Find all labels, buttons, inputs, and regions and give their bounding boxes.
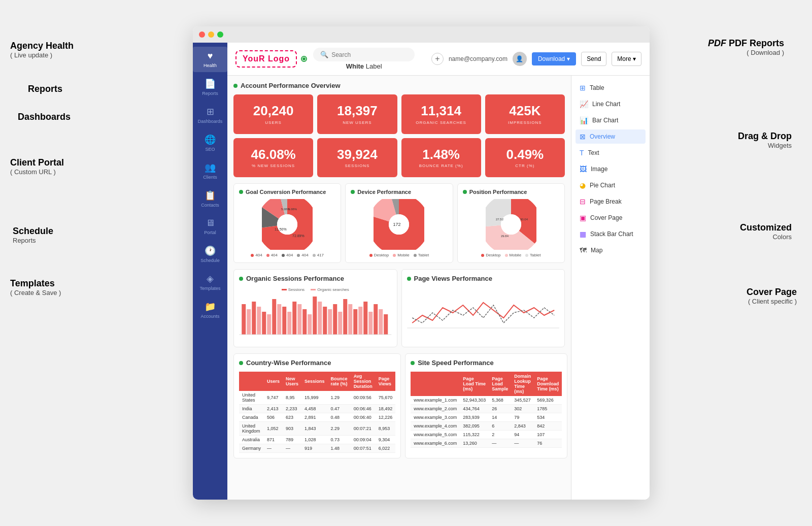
stat-card-ctr: 0.49% CTR (%) bbox=[485, 138, 565, 178]
sidebar-item-schedule[interactable]: 🕐 Schedule bbox=[193, 241, 227, 267]
performance-row: Organic Sessions Performance Sessions Or… bbox=[233, 269, 565, 347]
widget-label-image: Image bbox=[591, 166, 607, 173]
legend-item: 404 bbox=[251, 253, 262, 257]
svg-rect-33 bbox=[302, 309, 307, 335]
widget-image[interactable]: 🖼 Image bbox=[576, 162, 646, 176]
widget-pie-chart[interactable]: ◕ Pie Chart bbox=[576, 178, 646, 192]
country-performance-card: Country-Wise Performance Users New Users bbox=[233, 353, 401, 458]
widget-label-text: Text bbox=[588, 149, 599, 156]
app-layout: ♥ Health 📄 Reports ⊞ Dashboards 🌐 SEO 👥 bbox=[193, 43, 650, 500]
widget-bar-chart[interactable]: 📊 Bar Chart bbox=[576, 113, 646, 127]
charts-row: Goal Conversion Performance bbox=[233, 183, 565, 263]
svg-rect-49 bbox=[384, 314, 388, 335]
stat-label-organic: ORGANIC SEARCHES bbox=[408, 120, 475, 125]
green-dot-goal bbox=[239, 190, 243, 194]
svg-text:172: 172 bbox=[393, 222, 401, 227]
sidebar-item-contacts[interactable]: 📋 Contacts bbox=[193, 186, 227, 212]
stat-label-new-users: NEW USERS bbox=[323, 120, 391, 125]
sidebar-item-portal[interactable]: 🖥 Portal bbox=[193, 214, 227, 239]
close-button-icon[interactable] bbox=[199, 31, 205, 38]
sidebar-item-health[interactable]: ♥ Health bbox=[193, 47, 227, 72]
white-label-area: 🔍 White Label bbox=[313, 48, 415, 70]
annotation-dashboards: Dashboards bbox=[18, 112, 71, 122]
stat-card-bounce: 1.48% BOUNCE RATE (%) bbox=[401, 138, 481, 178]
sidebar-label-dashboards: Dashboards bbox=[198, 119, 223, 124]
widget-text[interactable]: T Text bbox=[576, 146, 646, 160]
annotation-reports: Reports bbox=[28, 84, 62, 94]
goal-pie-container: 72.89% 11.50% 5.08% 5.08% 404 404 404 bbox=[239, 199, 335, 257]
svg-point-4 bbox=[277, 214, 297, 235]
svg-text:27.52: 27.52 bbox=[496, 218, 504, 221]
legend-item: 404 bbox=[297, 253, 308, 257]
widget-page-break[interactable]: ⊟ Page Break bbox=[576, 194, 646, 209]
send-button[interactable]: Send bbox=[581, 52, 606, 66]
svg-text:29.84: 29.84 bbox=[501, 235, 509, 238]
page-views-card: Page Views Performance bbox=[401, 269, 565, 347]
position-performance-chart: Position Performance 27.52 bbox=[457, 183, 565, 263]
download-button[interactable]: Download ▾ bbox=[532, 52, 576, 65]
browser-window: ♥ Health 📄 Reports ⊞ Dashboards 🌐 SEO 👥 bbox=[193, 26, 650, 500]
widget-map[interactable]: 🗺 Map bbox=[576, 243, 646, 257]
templates-icon: ◈ bbox=[207, 273, 214, 284]
maximize-button-icon[interactable] bbox=[217, 31, 223, 38]
position-pie-legend: Desktop Mobile Tablet bbox=[481, 253, 540, 257]
plus-button[interactable]: + bbox=[431, 53, 444, 65]
col-load: Page Load Time (ms) bbox=[460, 372, 489, 396]
sidebar-item-seo[interactable]: 🌐 SEO bbox=[193, 130, 227, 156]
minimize-button-icon[interactable] bbox=[208, 31, 214, 38]
stat-card-sessions: 39,924 SESSIONS bbox=[317, 138, 397, 178]
more-button[interactable]: More ▾ bbox=[612, 52, 641, 66]
sidebar-item-templates[interactable]: ◈ Templates bbox=[193, 269, 227, 295]
legend-desktop-pos: Desktop bbox=[481, 253, 500, 257]
legend-tablet: Tablet bbox=[414, 253, 429, 257]
search-input[interactable] bbox=[331, 51, 408, 58]
widget-table[interactable]: ⊞ Table bbox=[576, 81, 646, 95]
sidebar-label-contacts: Contacts bbox=[201, 203, 219, 208]
search-area: 🔍 bbox=[313, 48, 415, 61]
avatar: 👤 bbox=[513, 52, 527, 66]
logo-text: YouR Logo bbox=[243, 54, 290, 63]
legend-item: 404 bbox=[282, 253, 293, 257]
widget-label-pie: Pie Chart bbox=[590, 182, 615, 189]
svg-rect-40 bbox=[338, 312, 342, 335]
sidebar-label-clients: Clients bbox=[203, 175, 217, 180]
col-download: Page Download Time (ms) bbox=[534, 372, 562, 396]
device-pie-legend: Desktop Mobile Tablet bbox=[369, 253, 429, 257]
green-dot-pageviews bbox=[407, 277, 411, 281]
stat-card-users: 20,240 USERS bbox=[233, 94, 313, 134]
widget-stack-bar[interactable]: ▦ Stack Bar Chart bbox=[576, 227, 646, 241]
widget-label-bar: Bar Chart bbox=[592, 117, 618, 124]
legend-desktop: Desktop bbox=[369, 253, 389, 257]
site-speed-title: Site Speed Performance bbox=[411, 359, 562, 367]
svg-text:11.50%: 11.50% bbox=[275, 227, 287, 231]
svg-text:72.89%: 72.89% bbox=[292, 234, 304, 238]
stats-grid: 20,240 USERS 18,397 NEW USERS 11,314 ORG… bbox=[233, 94, 565, 177]
sidebar-item-reports[interactable]: 📄 Reports bbox=[193, 74, 227, 100]
page-views-line-chart bbox=[407, 287, 560, 333]
widget-line-chart[interactable]: 📈 Line Chart bbox=[576, 97, 646, 111]
col-url bbox=[411, 372, 460, 396]
speed-row: www.example_6.com13,260——76 bbox=[411, 439, 562, 448]
green-dot-device bbox=[351, 190, 355, 194]
widget-cover-page[interactable]: ▣ Cover Page bbox=[576, 211, 646, 225]
sidebar-item-accounts[interactable]: 📁 Accounts bbox=[193, 297, 227, 323]
table-row: India2,4132,2334,4580.4700:06:4618,492 bbox=[239, 405, 395, 413]
stat-card-organic: 11,314 ORGANIC SEARCHES bbox=[401, 94, 481, 134]
svg-rect-31 bbox=[292, 302, 296, 335]
stat-card-impressions: 425K IMPRESSIONS bbox=[485, 94, 565, 134]
goal-conversion-chart: Goal Conversion Performance bbox=[233, 183, 341, 263]
svg-rect-22 bbox=[247, 309, 251, 335]
logo-green-dot bbox=[301, 56, 307, 62]
browser-titlebar bbox=[193, 26, 650, 43]
bottom-row: Country-Wise Performance Users New Users bbox=[233, 353, 565, 458]
logo-box: YouR Logo bbox=[235, 50, 297, 68]
sidebar-item-clients[interactable]: 👥 Clients bbox=[193, 158, 227, 184]
device-performance-chart: Device Performance 172 bbox=[345, 183, 453, 263]
sidebar-item-dashboards[interactable]: ⊞ Dashboards bbox=[193, 102, 227, 128]
country-performance-title: Country-Wise Performance bbox=[239, 359, 395, 367]
widget-overview[interactable]: ⊠ Overview bbox=[576, 129, 646, 144]
green-dot-icon bbox=[233, 84, 238, 88]
svg-rect-24 bbox=[257, 307, 261, 335]
stat-label-impressions: IMPRESSIONS bbox=[491, 120, 559, 125]
svg-rect-43 bbox=[353, 309, 357, 335]
